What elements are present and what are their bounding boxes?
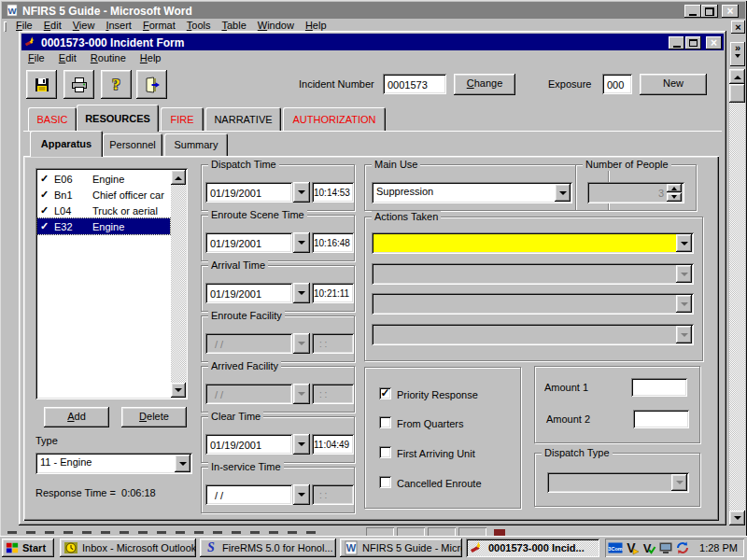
spin-up-button[interactable] <box>667 184 682 192</box>
list-item[interactable]: ✓ E06 Engine <box>37 171 170 187</box>
scrollbar-thumb[interactable] <box>729 84 745 103</box>
amount-1-field[interactable] <box>631 378 687 397</box>
menubar-grip[interactable] <box>4 21 7 32</box>
change-button[interactable]: Change <box>454 74 515 95</box>
action-taken-1-dropdown-button[interactable] <box>676 234 692 252</box>
3com-tray-icon[interactable]: 3Com <box>608 540 623 555</box>
tab-narrative[interactable]: NARRATIVE <box>205 107 281 131</box>
type-dropdown[interactable]: 11 - Engine <box>35 453 192 474</box>
apparatus-listbox[interactable]: ✓ E06 Engine ✓ Bn1 Chief officer car ✓ L… <box>35 168 188 399</box>
from-quarters-checkbox[interactable] <box>379 416 391 428</box>
word-titlebar[interactable]: W NFIRS 5 Guide - Microsoft Word × <box>2 2 745 19</box>
task-outlook[interactable]: Inbox - Microsoft Outlook <box>60 539 196 557</box>
incident-number-field[interactable]: 0001573 <box>383 74 446 94</box>
from-quarters-label[interactable]: From Quarters <box>397 418 464 429</box>
print-button[interactable] <box>63 70 94 99</box>
clear-date-field[interactable]: 01/19/2001 <box>205 434 292 455</box>
action-taken-1-dropdown[interactable] <box>372 232 694 254</box>
word-menu-help[interactable]: Help <box>300 19 332 32</box>
enroute-scene-date-field[interactable]: 01/19/2001 <box>205 232 292 253</box>
priority-response-label[interactable]: Priority Response <box>397 389 478 400</box>
in-service-date-dropdown-button[interactable] <box>293 484 310 505</box>
cancelled-enroute-label[interactable]: Cancelled Enroute <box>397 478 482 489</box>
incident-form-titlebar[interactable]: 0001573-000 Incident Form × <box>21 34 724 50</box>
scroll-up-button[interactable] <box>729 69 745 84</box>
list-item-selected[interactable]: ✓ E32 Engine <box>37 218 170 234</box>
dispatch-date-dropdown-button[interactable] <box>293 182 310 203</box>
dialog-menu-help[interactable]: Help <box>134 51 167 64</box>
type-dropdown-button[interactable] <box>175 455 190 472</box>
delete-button[interactable]: Delete <box>121 407 187 427</box>
dialog-menu-file[interactable]: File <box>22 51 50 64</box>
word-menu-file[interactable]: File <box>10 19 38 32</box>
exit-button[interactable] <box>136 70 167 99</box>
task-incident-form-active[interactable]: 0001573-000 Incid... <box>466 539 599 557</box>
dialog-menu-routine[interactable]: Routine <box>85 51 132 64</box>
tab-authorization[interactable]: AUTHORIZATION <box>283 107 386 131</box>
dialog-maximize-button[interactable] <box>685 36 701 49</box>
dispatch-time-field[interactable]: 10:14:53 <box>312 182 354 203</box>
word-menu-format[interactable]: Format <box>137 19 181 32</box>
priority-response-checkbox[interactable]: ✓ <box>379 387 391 399</box>
word-menu-window[interactable]: Window <box>252 19 300 32</box>
scroll-down-button[interactable] <box>729 511 745 525</box>
subtab-personnel[interactable]: Personnel <box>103 133 162 156</box>
cancelled-enroute-checkbox[interactable] <box>379 476 391 488</box>
enroute-scene-date-dropdown-button[interactable] <box>293 232 310 253</box>
sync-tray-icon[interactable] <box>675 540 690 555</box>
task-word[interactable]: W NFIRS 5 Guide - Micro... <box>340 539 462 557</box>
word-vertical-scrollbar[interactable] <box>729 69 745 525</box>
word-toolbar-overflow-button[interactable]: » <box>730 42 745 66</box>
clear-date-dropdown-button[interactable] <box>293 434 310 455</box>
dialog-close-button[interactable]: × <box>706 36 722 49</box>
tab-resources[interactable]: RESOURCES <box>77 105 159 132</box>
word-menu-table[interactable]: Table <box>216 19 251 32</box>
spin-down-button[interactable] <box>667 193 682 202</box>
list-item[interactable]: ✓ Bn1 Chief officer car <box>37 187 170 203</box>
list-scrollbar[interactable] <box>171 170 186 398</box>
word-minimize-button[interactable] <box>684 5 701 18</box>
dispatch-date-field[interactable]: 01/19/2001 <box>205 182 292 203</box>
list-item[interactable]: ✓ L04 Truck or aerial <box>37 203 170 218</box>
first-arriving-unit-checkbox[interactable] <box>379 446 391 458</box>
arrival-date-field[interactable]: 01/19/2001 <box>205 283 292 303</box>
subtab-summary[interactable]: Summary <box>164 133 228 156</box>
subtab-apparatus[interactable]: Apparatus <box>30 131 103 157</box>
word-menu-view[interactable]: View <box>67 19 101 32</box>
list-scroll-down-button[interactable] <box>171 383 186 398</box>
tab-fire[interactable]: FIRE <box>161 107 204 131</box>
word-menu-insert[interactable]: Insert <box>100 19 137 32</box>
task-firerms[interactable]: S FireRMS 5.0 for Honol... <box>200 539 336 557</box>
word-close-button[interactable]: × <box>722 5 739 18</box>
dialog-minimize-button[interactable] <box>669 36 684 49</box>
new-button[interactable]: New <box>640 74 707 95</box>
arrival-date-dropdown-button[interactable] <box>293 283 310 303</box>
add-button[interactable]: Add <box>44 407 109 427</box>
first-arriving-unit-label[interactable]: First Arriving Unit <box>397 448 475 459</box>
word-restore-button[interactable] <box>701 5 718 18</box>
save-button[interactable] <box>26 70 57 99</box>
chevron-down-icon <box>681 242 688 249</box>
start-button[interactable]: Start <box>2 539 54 557</box>
arrival-time-field[interactable]: 10:21:11 <box>312 283 354 303</box>
enroute-facility-time-field: : : <box>312 333 354 354</box>
enroute-scene-time-field[interactable]: 10:16:48 <box>312 232 354 253</box>
clear-time-field[interactable]: 11:04:49 <box>312 434 354 455</box>
main-use-dropdown[interactable]: Suppression <box>372 182 572 203</box>
word-menu-edit[interactable]: Edit <box>38 19 67 32</box>
display-tray-icon[interactable] <box>658 540 673 555</box>
amount-2-field[interactable] <box>633 410 689 428</box>
tab-basic[interactable]: BASIC <box>28 107 77 131</box>
main-use-dropdown-button[interactable] <box>555 184 571 202</box>
virusscan-tray-icon[interactable]: V <box>625 540 640 555</box>
in-service-date-field[interactable]: / / <box>205 484 292 505</box>
word-document-close-button[interactable]: × <box>731 21 745 34</box>
exposure-field[interactable]: 000 <box>602 74 632 94</box>
dialog-menu-edit[interactable]: Edit <box>53 51 82 64</box>
list-scroll-up-button[interactable] <box>171 170 186 185</box>
vshield-tray-icon[interactable]: V <box>641 540 656 555</box>
word-menu-tools[interactable]: Tools <box>181 19 217 32</box>
help-button[interactable]: ? <box>101 70 132 99</box>
number-of-people-spinner[interactable] <box>667 184 682 202</box>
spin-up-icon <box>671 184 677 190</box>
